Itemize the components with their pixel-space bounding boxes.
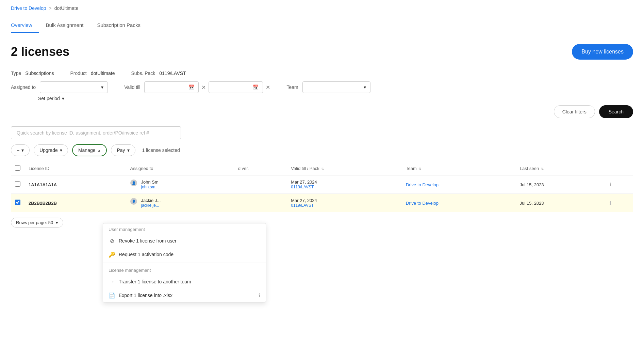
license-count: 2 licenses [11, 45, 69, 59]
row-1-user-name: John Sm [141, 180, 159, 185]
col-valid-till[interactable]: Valid till / Pack ⇅ [287, 162, 402, 175]
rows-per-page-selector[interactable]: Rows per page: 50 ▾ [11, 218, 63, 228]
upgrade-button[interactable]: Upgrade ▾ [34, 144, 68, 156]
date-input-1[interactable]: 📅 [144, 81, 199, 93]
row-1-team-cell: Drive to Develop [402, 175, 516, 194]
row-1-info-icon[interactable]: ℹ [610, 182, 611, 187]
chevron-down-icon-upgrade: ▾ [60, 147, 62, 153]
col-license-id: License ID [24, 162, 126, 175]
row-1-user-info: John Sm john.sm... [141, 180, 159, 189]
filter-subs-pack-value: 0119/LAVST [159, 71, 186, 76]
filter-assigned-to-label: Assigned to [11, 84, 36, 90]
col-assigned-to: Assigned to [126, 162, 234, 175]
minus-icon: − [17, 147, 19, 153]
row-2-valid-till-cell: Mar 27, 2024 0119/LAVST [287, 194, 402, 212]
row-1-checkbox[interactable] [15, 181, 20, 187]
row-1-assigned-to-cell: 👤 John Sm john.sm... [126, 175, 234, 194]
row-1-last-seen-cell: Jul 15, 2023 [516, 175, 606, 194]
row-1-user-email[interactable]: john.sm... [141, 185, 159, 189]
buy-new-licenses-button[interactable]: Buy new licenses [572, 44, 633, 60]
row-1-license-id-cell: 1A1A1A1A1A [24, 175, 126, 194]
filter-type-value: Subscriptions [25, 71, 54, 76]
filter-valid-till-label: Valid till [124, 84, 140, 90]
export-label: Export 1 license into .xlsx [119, 293, 255, 298]
filter-valid-till: Valid till 📅 ✕ 📅 ✕ [124, 81, 270, 93]
chevron-up-icon-manage: ▲ [97, 149, 101, 152]
filters-section: Type Subscriptions Product dotUltimate S… [11, 71, 633, 118]
activation-code-item[interactable]: 🔑 Request 1 activation code [103, 248, 266, 261]
col-version: d ver. [234, 162, 287, 175]
row-2-checkbox-cell [11, 194, 24, 212]
table-row: 2B2B2B2B2B 👤 Jackie J... jackie.je... [11, 194, 633, 212]
row-1-checkbox-cell [11, 175, 24, 194]
select-all-checkbox[interactable] [15, 165, 20, 171]
breadcrumb-current: dotUltimate [54, 5, 79, 11]
tab-bulk-assignment[interactable]: Bulk Assignment [46, 18, 90, 33]
manage-label: Manage [78, 147, 96, 153]
select-button[interactable]: − ▾ [11, 144, 30, 156]
filter-team: Team ▾ [286, 81, 370, 93]
user-management-header: User management [103, 223, 266, 234]
row-2-team-link[interactable]: Drive to Develop [406, 201, 439, 206]
table-container: License ID Assigned to d ver. Valid till… [11, 162, 633, 228]
export-license-item[interactable]: 📄 Export 1 license into .xlsx ℹ [103, 288, 266, 302]
filter-type-label: Type [11, 71, 21, 76]
calendar-icon-2: 📅 [253, 84, 259, 90]
search-button[interactable]: Search [599, 105, 633, 118]
set-period-control[interactable]: Set period ▾ [38, 96, 633, 101]
date-input-2[interactable]: 📅 [209, 81, 263, 93]
rows-per-page-label: Rows per page: 50 [16, 220, 53, 225]
chevron-down-icon-pagination: ▾ [56, 220, 58, 225]
licenses-table: License ID Assigned to d ver. Valid till… [11, 162, 633, 212]
row-2-last-seen: Jul 15, 2023 [520, 201, 544, 206]
transfer-license-item[interactable]: → Transfer 1 license to another team [103, 275, 266, 288]
row-1-pack-link[interactable]: 0119/LAVST [291, 185, 398, 189]
row-2-license-id-cell: 2B2B2B2B2B [24, 194, 126, 212]
pay-button[interactable]: Pay ▾ [111, 144, 135, 156]
row-2-assigned-to-cell: 👤 Jackie J... jackie.je... [126, 194, 234, 212]
breadcrumb-parent-link[interactable]: Drive to Develop [11, 5, 46, 11]
filter-subs-pack: Subs. Pack 0119/LAVST [131, 71, 186, 76]
row-2-user-email[interactable]: jackie.je... [141, 203, 161, 208]
chevron-down-icon: ▾ [101, 84, 103, 90]
manage-dropdown-menu: User management ⊘ Revoke 1 license from … [103, 223, 266, 302]
table-body: 1A1A1A1A1A 👤 John Sm john.sm... [11, 175, 633, 212]
filter-product-label: Product [70, 71, 86, 76]
filter-team-label: Team [286, 84, 298, 90]
row-1-user: 👤 John Sm john.sm... [130, 180, 230, 189]
row-1-license-id: 1A1A1A1A1A [29, 182, 57, 187]
filter-team-select[interactable]: ▾ [302, 81, 370, 93]
tab-overview[interactable]: Overview [11, 18, 39, 33]
row-2-pack-link[interactable]: 0119/LAVST [291, 203, 398, 208]
col-team[interactable]: Team ⇅ [402, 162, 516, 175]
selected-count: 1 license selected [142, 147, 180, 153]
filter-assigned-to-select[interactable]: ▾ [40, 81, 108, 93]
export-icon: 📄 [109, 292, 115, 299]
menu-divider [103, 263, 266, 263]
revoke-label: Revoke 1 license from user [119, 238, 260, 244]
row-2-avatar: 👤 [130, 198, 137, 205]
quick-search-input[interactable] [11, 126, 181, 139]
action-bar: − ▾ Upgrade ▾ Manage ▲ Pay ▾ 1 license s… [11, 144, 633, 156]
valid-till-group: 📅 ✕ 📅 ✕ [144, 81, 270, 93]
row-1-avatar: 👤 [130, 180, 137, 186]
tab-subscription-packs[interactable]: Subscription Packs [97, 18, 147, 33]
activation-label: Request 1 activation code [119, 252, 260, 257]
manage-button[interactable]: Manage ▲ [72, 144, 107, 156]
col-last-seen[interactable]: Last seen ⇅ [516, 162, 606, 175]
filter-row-1: Type Subscriptions Product dotUltimate S… [11, 71, 633, 76]
filter-row-2: Assigned to ▾ Valid till 📅 ✕ 📅 [11, 81, 633, 93]
clear-filters-button[interactable]: Clear filters [554, 105, 595, 118]
row-2-actions-cell: ℹ [606, 194, 633, 212]
filter-subs-pack-label: Subs. Pack [131, 71, 155, 76]
revoke-license-item[interactable]: ⊘ Revoke 1 license from user [103, 234, 266, 248]
date-clear-1-button[interactable]: ✕ [201, 84, 206, 91]
filter-actions: Clear filters Search [11, 105, 633, 118]
date-clear-2-button[interactable]: ✕ [266, 84, 270, 91]
row-2-checkbox[interactable] [15, 200, 20, 205]
revoke-icon: ⊘ [109, 237, 115, 244]
key-icon: 🔑 [109, 251, 115, 258]
table-row: 1A1A1A1A1A 👤 John Sm john.sm... [11, 175, 633, 194]
row-2-info-icon[interactable]: ℹ [610, 200, 611, 206]
row-1-team-link[interactable]: Drive to Develop [406, 182, 439, 187]
